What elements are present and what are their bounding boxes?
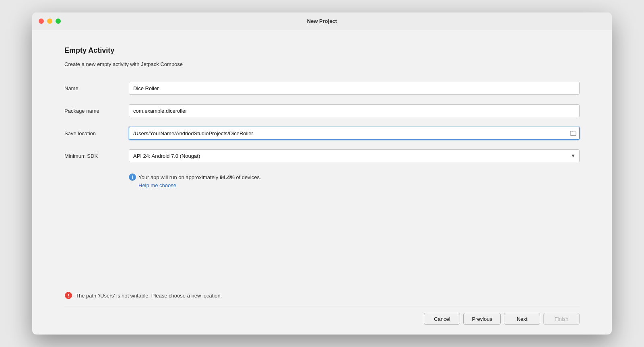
- name-field-group: Name: [64, 82, 580, 95]
- min-sdk-field-group: Minimum SDK API 24: Android 7.0 (Nougat)…: [64, 149, 580, 162]
- info-icon: i: [129, 174, 136, 181]
- info-text-after: of devices.: [235, 174, 261, 180]
- package-field-group: Package name: [64, 104, 580, 117]
- info-percentage: 94.4%: [220, 174, 235, 180]
- cancel-button[interactable]: Cancel: [424, 313, 460, 325]
- save-location-input[interactable]: [129, 127, 580, 140]
- save-location-label: Save location: [64, 130, 129, 136]
- previous-button[interactable]: Previous: [463, 313, 501, 325]
- browse-folder-button[interactable]: [570, 130, 576, 136]
- dialog-content: Empty Activity Create a new empty activi…: [32, 30, 612, 291]
- error-icon: !: [64, 291, 72, 299]
- info-text-row: i Your app will run on approximately 94.…: [129, 174, 580, 181]
- info-text: Your app will run on approximately 94.4%…: [138, 174, 261, 180]
- svg-text:!: !: [68, 293, 69, 299]
- name-label: Name: [64, 85, 129, 91]
- finish-button: Finish: [543, 313, 580, 325]
- window-title: New Project: [307, 18, 337, 24]
- info-text-before: Your app will run on approximately: [138, 174, 220, 180]
- save-location-field-group: Save location: [64, 127, 580, 140]
- button-row: Cancel Previous Next Finish: [64, 306, 580, 335]
- traffic-light-buttons: [39, 19, 61, 24]
- close-button[interactable]: [39, 19, 44, 24]
- save-location-wrapper: [129, 127, 580, 140]
- error-row: ! The path '/Users' is not writable. Ple…: [64, 291, 580, 299]
- package-input[interactable]: [129, 104, 580, 117]
- package-label: Package name: [64, 108, 129, 114]
- page-description: Create a new empty activity with Jetpack…: [64, 61, 580, 67]
- error-message: The path '/Users' is not writable. Pleas…: [76, 293, 222, 299]
- sdk-select-wrapper: API 24: Android 7.0 (Nougat) ▼: [129, 149, 580, 162]
- new-project-window: New Project Empty Activity Create a new …: [32, 12, 612, 335]
- sdk-select[interactable]: API 24: Android 7.0 (Nougat): [129, 149, 580, 162]
- info-row: i Your app will run on approximately 94.…: [129, 174, 580, 188]
- minimize-button[interactable]: [47, 19, 52, 24]
- name-input[interactable]: [129, 82, 580, 95]
- min-sdk-label: Minimum SDK: [64, 153, 129, 159]
- help-me-choose-link[interactable]: Help me choose: [138, 182, 580, 188]
- next-button[interactable]: Next: [504, 313, 540, 325]
- dialog-footer: ! The path '/Users' is not writable. Ple…: [32, 291, 612, 335]
- title-bar: New Project: [32, 12, 612, 30]
- maximize-button[interactable]: [56, 19, 61, 24]
- page-title: Empty Activity: [64, 46, 580, 55]
